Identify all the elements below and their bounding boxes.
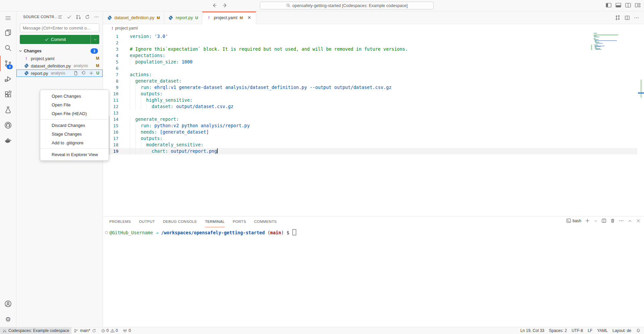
editor-cursor xyxy=(217,148,218,153)
split-editor-icon[interactable] xyxy=(625,15,630,20)
panel-tab-output[interactable]: OUTPUT xyxy=(139,217,155,227)
menu-icon[interactable] xyxy=(0,11,16,25)
nav-back-button[interactable] xyxy=(211,2,217,8)
ports-count: 0 xyxy=(129,328,131,333)
refresh-icon[interactable] xyxy=(84,14,90,20)
panel-tab-debug-console[interactable]: DEBUG CONSOLE xyxy=(163,217,197,227)
sidebar-item-source-control[interactable]: 3 xyxy=(0,56,16,71)
scm-file-row[interactable]: !project.yamlM xyxy=(16,55,103,62)
editor-tab-project.yaml[interactable]: !project.yamlM✕ xyxy=(202,11,256,24)
terminal-content[interactable]: @GitHub_Username → /workspaces/opensafel… xyxy=(103,227,644,235)
menu-item-add-to-gitignore[interactable]: Add to .gitignore xyxy=(40,138,109,147)
code-line-3: 3# Ignore this`expectation` block. It is… xyxy=(103,46,637,52)
sidebar-title: SOURCE CONTR... xyxy=(23,15,57,19)
menu-item-open-changes[interactable]: Open Changes xyxy=(40,92,109,100)
changes-section-header[interactable]: Changes 3 xyxy=(16,47,103,55)
menu-item-discard-changes[interactable]: Discard Changes xyxy=(40,121,109,130)
terminal-dropdown-icon[interactable] xyxy=(594,219,598,223)
menu-item-stage-changes[interactable]: Stage Changes xyxy=(40,130,109,138)
scm-file-row[interactable]: report.pyanalysisU xyxy=(16,69,103,77)
panel-tab-ports[interactable]: PORTS xyxy=(233,217,246,227)
sidebar-item-explorer[interactable] xyxy=(0,25,16,40)
git-status-badge: M xyxy=(240,16,243,20)
sidebar-item-search[interactable] xyxy=(0,40,16,56)
status-item-lf[interactable]: LF xyxy=(585,327,595,334)
command-center-search[interactable]: opensafely-getting-started [Codespaces: … xyxy=(260,2,434,9)
sidebar-item-run-debug[interactable] xyxy=(0,71,16,87)
panel-more-icon[interactable] xyxy=(619,218,624,223)
remote-indicator[interactable]: Codespaces: Example codespace xyxy=(0,327,71,334)
ports-indicator[interactable]: 0 xyxy=(120,327,133,334)
code-line-9: 9 run: ehrql:v1 generate-dataset analysi… xyxy=(103,84,637,91)
yaml-icon: ! xyxy=(206,15,211,20)
menu-item-open-file[interactable]: Open File xyxy=(40,100,109,109)
more-actions-icon[interactable] xyxy=(93,14,99,20)
chevron-down-icon xyxy=(18,48,23,54)
status-item-layout-de[interactable]: Layout: de xyxy=(610,327,634,334)
status-item-yaml[interactable]: YAML xyxy=(595,327,610,334)
accounts-icon[interactable] xyxy=(0,296,16,312)
changes-label: Changes xyxy=(24,49,42,53)
split-editor-icon[interactable] xyxy=(625,3,631,8)
status-item-spaces-2[interactable]: Spaces: 2 xyxy=(547,327,569,334)
stage-icon[interactable] xyxy=(89,70,94,76)
breadcrumb[interactable]: ! project.yaml xyxy=(103,24,644,32)
line-number: 7 xyxy=(109,71,118,78)
sidebar-item-docker[interactable] xyxy=(0,133,16,148)
nav-forward-button[interactable] xyxy=(222,2,228,8)
panel-tab-problems[interactable]: PROBLEMS xyxy=(109,217,131,227)
panel-tab-terminal[interactable]: TERMINAL xyxy=(205,217,225,227)
branch-indicator[interactable]: main* xyxy=(71,327,99,334)
commit-dropdown-button[interactable] xyxy=(91,35,99,44)
status-item-ln-19-col-33[interactable]: Ln 19, Col 33 xyxy=(518,327,546,334)
open-changes-icon[interactable] xyxy=(615,15,621,20)
commit-message-input[interactable] xyxy=(20,23,99,32)
close-panel-icon[interactable] xyxy=(636,219,641,223)
commit-button-label: Commit xyxy=(51,37,66,42)
view-as-list-icon[interactable] xyxy=(57,14,63,20)
line-number: 14 xyxy=(109,116,118,123)
file-name: dataset_definition.py xyxy=(31,63,71,68)
problems-indicator[interactable]: 0 0 xyxy=(99,327,120,334)
code-line-19: 19 chart: output/report.png xyxy=(103,148,637,154)
commit-check-icon[interactable] xyxy=(66,14,72,20)
discard-icon[interactable] xyxy=(81,70,86,76)
terminal-shell-picker[interactable]: bash xyxy=(566,218,581,223)
toggle-panel-icon[interactable] xyxy=(615,3,621,8)
maximize-panel-icon[interactable] xyxy=(628,219,632,223)
overview-ruler[interactable] xyxy=(637,32,644,216)
notifications-bell[interactable] xyxy=(634,327,644,334)
editor-tab-report.py[interactable]: report.pyU xyxy=(164,11,203,24)
code-line-6: 6 xyxy=(103,65,637,71)
tab-label: dataset_definition.py xyxy=(114,15,154,20)
sidebar-item-extensions[interactable] xyxy=(0,87,16,102)
commit-button[interactable]: Commit xyxy=(20,35,99,44)
customize-layout-icon[interactable] xyxy=(635,3,641,8)
status-item-utf-8[interactable]: UTF-8 xyxy=(569,327,585,334)
warning-icon xyxy=(110,329,115,333)
line-number: 4 xyxy=(109,52,118,59)
code-editor[interactable]: 1version: '3.0'23# Ignore this`expectati… xyxy=(103,32,644,216)
ruler-changed-region xyxy=(640,80,642,98)
scm-file-row[interactable]: dataset_definition.pyanalysisM xyxy=(16,62,103,69)
menu-item-reveal-in-explorer-view[interactable]: Reveal in Explorer View xyxy=(40,150,109,159)
toggle-sidebar-icon[interactable] xyxy=(606,3,611,8)
bell-icon xyxy=(636,328,641,333)
minimap[interactable] xyxy=(592,33,636,50)
menu-item-open-file-head-[interactable]: Open File (HEAD) xyxy=(40,109,109,118)
sidebar-item-testing[interactable] xyxy=(0,102,16,117)
kill-terminal-icon[interactable] xyxy=(610,218,615,223)
settings-gear-icon[interactable]: ⚙ xyxy=(0,312,16,327)
split-terminal-icon[interactable] xyxy=(601,218,606,223)
open-file-icon[interactable] xyxy=(73,70,78,76)
create-pull-request-icon[interactable] xyxy=(75,14,81,20)
changes-count-badge: 3 xyxy=(91,48,98,54)
close-icon[interactable]: ✕ xyxy=(247,15,252,20)
code-line-15: 15 run: python:v2 python analysis/report… xyxy=(103,123,637,129)
more-actions-icon[interactable] xyxy=(634,15,639,20)
editor-tab-dataset_definition.py[interactable]: dataset_definition.pyM xyxy=(103,11,164,24)
panel-tab-comments[interactable]: COMMENTS xyxy=(254,217,277,227)
sidebar-item-github[interactable] xyxy=(0,117,16,133)
new-terminal-icon[interactable] xyxy=(585,218,590,223)
error-icon xyxy=(101,329,105,333)
